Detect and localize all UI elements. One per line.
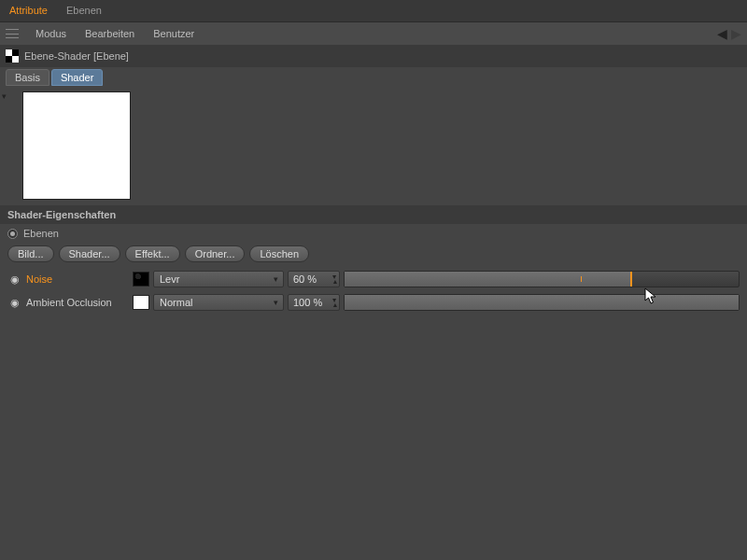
layer-name[interactable]: Ambient Occlusion	[26, 297, 129, 308]
visibility-icon[interactable]: ◉	[7, 297, 22, 309]
btn-ordner[interactable]: Ordner...	[185, 245, 246, 262]
visibility-icon[interactable]: ◉	[7, 273, 22, 286]
opacity-input[interactable]: 60 %	[288, 271, 340, 287]
btn-bild[interactable]: Bild...	[7, 245, 54, 262]
object-title: Ebene-Shader [Ebene]	[24, 50, 129, 62]
nav-fwd-icon[interactable]: ▶	[731, 26, 741, 41]
mode-tab-shader[interactable]: Shader	[51, 69, 103, 86]
nav-back-icon[interactable]: ◀	[717, 26, 727, 41]
mode-tabs: Basis Shader	[0, 67, 747, 86]
panel-tabs: Attribute Ebenen	[0, 0, 747, 22]
btn-shader[interactable]: Shader...	[59, 245, 120, 262]
tab-attribute[interactable]: Attribute	[0, 0, 57, 21]
section-header: Shader-Eigenschaften	[0, 205, 747, 224]
shader-preview[interactable]	[22, 91, 131, 200]
menu-bar: Modus Bearbeiten Benutzer ◀ ▶	[0, 22, 747, 45]
layer-swatch[interactable]	[133, 272, 149, 287]
menu-modus[interactable]: Modus	[26, 28, 76, 39]
list-icon[interactable]	[6, 27, 19, 40]
opacity-slider[interactable]	[344, 271, 740, 287]
blend-mode-dropdown[interactable]: Levr	[153, 271, 284, 287]
opacity-input[interactable]: 100 %	[288, 294, 340, 311]
layers-radio-row: Ebenen	[0, 224, 747, 243]
layer-row: ◉ Ambient Occlusion Normal 100 %	[7, 292, 740, 313]
layer-buttons: Bild... Shader... Effekt... Ordner... Lö…	[0, 243, 747, 265]
collapse-icon[interactable]: ▾	[2, 91, 7, 101]
object-header: Ebene-Shader [Ebene]	[0, 45, 747, 67]
layer-swatch[interactable]	[133, 295, 149, 310]
mode-tab-basis[interactable]: Basis	[6, 69, 49, 86]
shader-icon	[6, 49, 19, 63]
tab-ebenen[interactable]: Ebenen	[57, 0, 111, 21]
radio-ebenen-label: Ebenen	[23, 228, 59, 239]
btn-loeschen[interactable]: Löschen	[249, 245, 309, 262]
layer-list: ◉ Noise Levr 60 % ◉ Ambient Occlusion No…	[0, 265, 747, 319]
layer-row: ◉ Noise Levr 60 %	[7, 269, 740, 289]
radio-ebenen[interactable]	[7, 229, 18, 239]
preview-area: ▾	[0, 86, 747, 205]
blend-mode-dropdown[interactable]: Normal	[153, 294, 284, 311]
menu-bearbeiten[interactable]: Bearbeiten	[76, 28, 144, 39]
layer-name[interactable]: Noise	[26, 273, 129, 285]
menu-benutzer[interactable]: Benutzer	[144, 28, 204, 39]
btn-effekt[interactable]: Effekt...	[125, 245, 180, 262]
opacity-slider[interactable]	[344, 294, 740, 311]
